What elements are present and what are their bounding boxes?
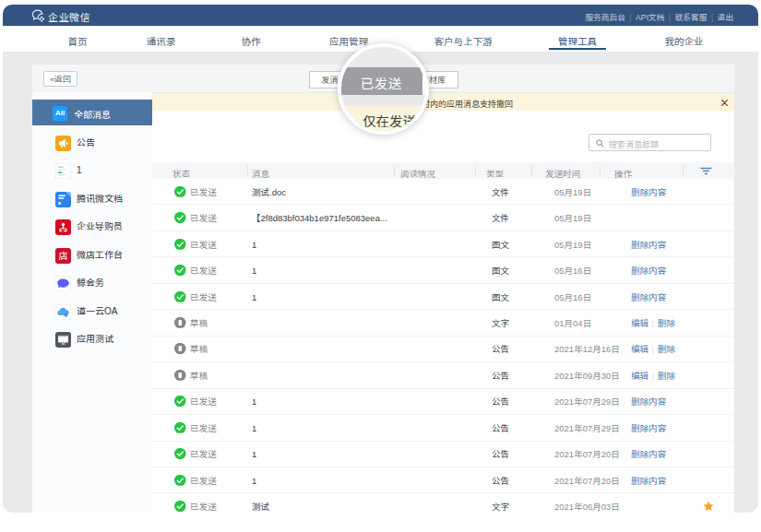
svg-text:店: 店 — [59, 248, 68, 262]
